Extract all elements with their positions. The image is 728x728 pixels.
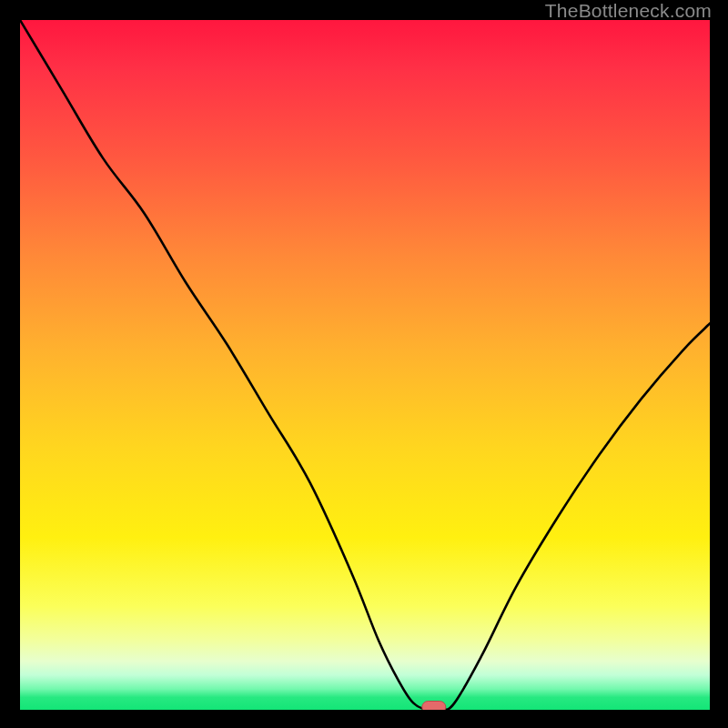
plot-area	[20, 20, 710, 710]
svg-rect-0	[422, 702, 446, 711]
minimum-marker	[20, 20, 710, 710]
chart-frame: TheBottleneck.com	[0, 0, 728, 728]
watermark-text: TheBottleneck.com	[545, 0, 712, 22]
